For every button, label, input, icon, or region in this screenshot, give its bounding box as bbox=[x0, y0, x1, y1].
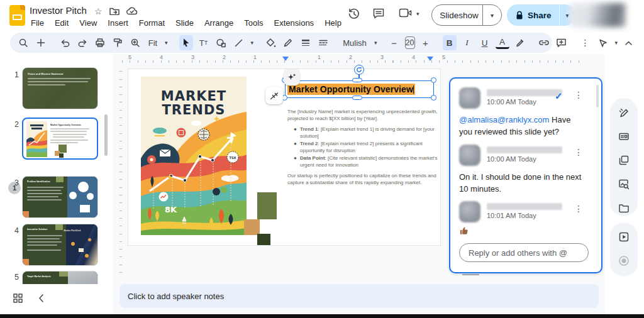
version-history-icon[interactable] bbox=[348, 8, 360, 20]
reply-input[interactable] bbox=[459, 243, 589, 262]
highlight-color-icon[interactable] bbox=[513, 35, 527, 50]
insert-link-icon[interactable] bbox=[537, 35, 551, 50]
resize-handle-ne[interactable] bbox=[431, 77, 436, 83]
menu-format[interactable]: Format bbox=[138, 18, 166, 28]
font-size-input[interactable]: 20 bbox=[405, 36, 415, 49]
market-trends-poster[interactable]: MARKET TRENDS TSX 8K bbox=[141, 77, 247, 235]
app-header: Investor Pitch ☆ File Edit View Insert F… bbox=[0, 0, 644, 31]
grid-view-icon[interactable] bbox=[13, 293, 23, 304]
deco-square-darkgreen[interactable] bbox=[257, 234, 270, 245]
underline-button[interactable]: U bbox=[478, 35, 492, 50]
more-options-icon[interactable]: ⋮ bbox=[579, 35, 592, 50]
font-dropdown-icon[interactable]: ▾ bbox=[374, 40, 377, 46]
ai-sparkle-button[interactable] bbox=[284, 69, 300, 85]
resolve-check-icon[interactable]: ✓ bbox=[555, 90, 563, 102]
menu-view[interactable]: View bbox=[78, 18, 98, 28]
filmstrip-scrollbar[interactable] bbox=[104, 114, 108, 156]
comment-1-menu-icon[interactable]: ⋮ bbox=[574, 90, 583, 100]
new-slide-button[interactable] bbox=[34, 35, 48, 50]
menu-slide[interactable]: Slide bbox=[174, 18, 195, 28]
slide-body-text[interactable]: The [Industry Name] market is experienci… bbox=[287, 108, 447, 186]
share-button[interactable]: Share ▾ bbox=[507, 4, 575, 26]
bold-button[interactable]: B bbox=[443, 35, 457, 50]
stacked-images-icon[interactable] bbox=[618, 155, 630, 166]
ai-edit-icon[interactable] bbox=[618, 107, 630, 118]
resize-handle-n[interactable] bbox=[352, 78, 362, 82]
zoom-select[interactable]: Fit bbox=[146, 35, 160, 50]
autofit-indicator-button[interactable] bbox=[265, 87, 283, 104]
menu-edit[interactable]: Edit bbox=[53, 18, 70, 28]
menu-extensions[interactable]: Extensions bbox=[273, 18, 316, 28]
notes-resize-handle[interactable] bbox=[462, 274, 479, 275]
select-tool-icon[interactable] bbox=[179, 35, 193, 50]
speaker-notes[interactable]: Click to add speaker notes bbox=[119, 284, 599, 308]
play-media-icon[interactable] bbox=[618, 231, 630, 243]
slide-5-thumbnail[interactable]: Target Market Analysis bbox=[22, 271, 98, 284]
templates-icon[interactable] bbox=[618, 131, 630, 142]
collapse-toolbar-icon[interactable] bbox=[621, 35, 635, 50]
undo-icon[interactable] bbox=[58, 35, 72, 50]
record-icon[interactable] bbox=[618, 255, 630, 266]
shape-tool-icon[interactable] bbox=[214, 35, 228, 50]
print-icon[interactable] bbox=[93, 35, 107, 50]
border-color-icon[interactable] bbox=[281, 35, 295, 50]
comment-2-avatar[interactable] bbox=[459, 145, 480, 166]
menu-help[interactable]: Help bbox=[323, 18, 343, 28]
document-title[interactable]: Investor Pitch bbox=[30, 5, 87, 16]
account-avatar[interactable] bbox=[569, 3, 626, 27]
menu-insert[interactable]: Insert bbox=[106, 18, 130, 28]
text-color-button[interactable]: A bbox=[496, 37, 509, 49]
open-comments-icon[interactable] bbox=[372, 8, 385, 19]
deco-square-tan[interactable] bbox=[244, 219, 260, 235]
slide-title[interactable]: Market Opportunity Overview bbox=[287, 84, 415, 95]
slide-3-thumbnail[interactable]: Problem Identification bbox=[22, 176, 98, 218]
slideshow-dropdown-icon[interactable]: ▾ bbox=[482, 5, 501, 25]
comment-2-menu-icon[interactable]: ⋮ bbox=[574, 147, 583, 157]
deco-square-olive[interactable] bbox=[257, 192, 277, 219]
slideshow-button[interactable]: Slideshow ▾ bbox=[431, 4, 502, 26]
meet-dropdown-icon[interactable]: ▾ bbox=[416, 11, 419, 17]
resize-handle-s[interactable] bbox=[352, 96, 362, 100]
fill-color-icon[interactable] bbox=[264, 35, 277, 50]
cloud-saved-icon[interactable] bbox=[126, 7, 138, 15]
border-weight-icon[interactable] bbox=[299, 35, 313, 50]
slide-1-thumbnail[interactable]: Vision and Mission Statement bbox=[22, 67, 98, 109]
comment-3-menu-icon[interactable]: ⋮ bbox=[574, 204, 583, 214]
font-family-select[interactable]: Mulish bbox=[340, 35, 369, 50]
text-box-tool-icon[interactable]: TT bbox=[197, 35, 211, 50]
border-dash-icon[interactable] bbox=[316, 35, 330, 50]
collapse-filmstrip-icon[interactable] bbox=[38, 293, 44, 303]
ruler-marker-left[interactable] bbox=[282, 57, 289, 61]
image-search-icon[interactable] bbox=[618, 178, 630, 190]
zoom-dropdown-icon[interactable]: ▾ bbox=[165, 40, 168, 46]
menu-file[interactable]: File bbox=[30, 18, 45, 28]
redo-icon[interactable] bbox=[75, 35, 89, 50]
ruler-marker-right[interactable] bbox=[427, 57, 433, 61]
comment-3-avatar[interactable] bbox=[459, 201, 480, 222]
add-comment-icon[interactable] bbox=[555, 35, 569, 50]
increase-font-button[interactable]: + bbox=[419, 35, 433, 50]
line-tool-icon[interactable] bbox=[232, 35, 246, 50]
menu-tools[interactable]: Tools bbox=[243, 18, 264, 28]
decrease-font-button[interactable]: − bbox=[387, 35, 401, 50]
rotate-handle[interactable] bbox=[354, 65, 364, 75]
comment-1-avatar[interactable] bbox=[459, 87, 480, 109]
slide-2-thumbnail[interactable]: Market Opportunity Overview bbox=[22, 118, 98, 160]
meet-camera-icon[interactable] bbox=[399, 8, 413, 18]
search-menus-icon[interactable] bbox=[16, 35, 30, 50]
menu-arrange[interactable]: Arrange bbox=[203, 18, 235, 28]
mention-link[interactable]: @almalisa@ranklyx.com bbox=[459, 115, 549, 124]
paint-format-icon[interactable] bbox=[111, 35, 125, 50]
editing-mode-dropdown-icon[interactable]: ▾ bbox=[615, 40, 618, 46]
comments-scrollbar[interactable] bbox=[596, 85, 599, 107]
star-icon[interactable]: ☆ bbox=[94, 6, 103, 16]
italic-button[interactable]: I bbox=[460, 35, 474, 50]
slides-logo-icon[interactable] bbox=[9, 5, 25, 26]
line-dropdown-icon[interactable]: ▾ bbox=[251, 40, 254, 46]
slide-4-thumbnail[interactable]: Innovative Solution Modern Pitch Deck bbox=[22, 224, 98, 266]
editing-mode-icon[interactable] bbox=[596, 35, 610, 50]
folder-icon[interactable] bbox=[618, 202, 630, 214]
zoom-icon[interactable] bbox=[128, 35, 142, 50]
resize-handle-se[interactable] bbox=[431, 95, 436, 101]
move-folder-icon[interactable] bbox=[109, 7, 119, 15]
